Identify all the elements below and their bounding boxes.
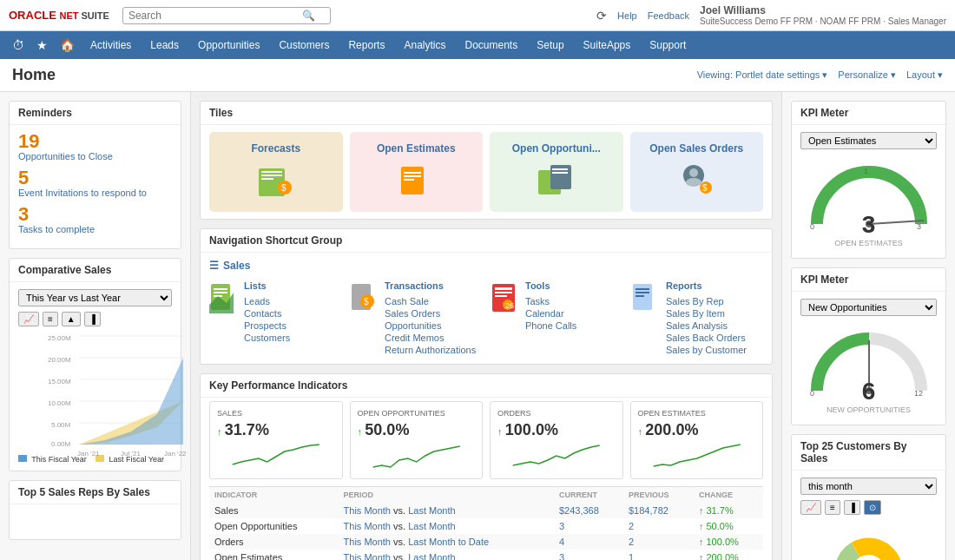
kpi-period-vs-link-estimates[interactable]: Last Month — [408, 552, 455, 560]
kpi-period-link-opp[interactable]: This Month — [344, 521, 391, 531]
reports-link-salesbackorders[interactable]: Sales Back Orders — [666, 333, 747, 343]
svg-rect-38 — [214, 292, 227, 293]
lists-link-leads[interactable]: Leads — [244, 296, 290, 306]
transactions-link-cashsale[interactable]: Cash Sale — [385, 296, 476, 306]
transactions-link-salesorders[interactable]: Sales Orders — [385, 308, 476, 319]
kpi-meter1-portlet: KPI Meter Open Estimates 0 — [791, 101, 946, 259]
lists-link-customers[interactable]: Customers — [244, 333, 290, 343]
history-icon[interactable]: ⟳ — [596, 9, 607, 23]
sales-chart-svg: 25.00M 20.00M 15.00M 10.00M 5.00M 0.00M — [18, 332, 188, 458]
svg-text:0: 0 — [810, 389, 814, 398]
tiles-grid: Forecasts $ Open Estimates Open Opportun… — [201, 125, 772, 219]
reminder-num-2: 5 — [18, 168, 172, 188]
tools-inner: 26 Tools Tasks Calendar Phone Calls — [491, 280, 622, 333]
tile-open-opportunities-label: Open Opportuni... — [512, 142, 601, 155]
nav-analytics[interactable]: Analytics — [395, 34, 454, 56]
reports-links: Reports Sales By Rep Sales By Item Sales… — [666, 280, 747, 357]
transactions-link-creditmemos[interactable]: Credit Memos — [385, 333, 476, 343]
tile-open-estimates[interactable]: Open Estimates — [350, 132, 484, 212]
lists-link-contacts[interactable]: Contacts — [244, 308, 290, 319]
transactions-links: Transactions Cash Sale Sales Orders Oppo… — [385, 280, 476, 357]
kpi-period-link-orders[interactable]: This Month — [344, 537, 391, 547]
nav-star-icon[interactable]: ★ — [31, 35, 53, 56]
reminder-link-2[interactable]: Event Invitations to respond to — [18, 188, 172, 198]
kpi-meter2-select[interactable]: New Opportunities — [800, 299, 937, 316]
svg-text:25.00M: 25.00M — [48, 334, 71, 342]
column-chart-btn[interactable]: ▐ — [84, 312, 101, 326]
top-right-controls: ⟳ Help Feedback Joel Williams SuiteSucce… — [596, 4, 946, 26]
kpi-change-opp: ↑ 50.0% — [694, 518, 763, 534]
kpi-current-opp: 3 — [554, 518, 623, 534]
transactions-icon: $ — [350, 280, 378, 318]
reports-link-salesbyitem[interactable]: Sales By Item — [666, 308, 747, 319]
transactions-link-opportunities[interactable]: Opportunities — [385, 320, 476, 331]
feedback-link[interactable]: Feedback — [648, 10, 689, 21]
kpi-period-link-sales[interactable]: This Month — [344, 505, 391, 516]
lists-link-prospects[interactable]: Prospects — [244, 320, 290, 331]
kpi-period-link-estimates[interactable]: This Month — [344, 552, 391, 560]
tile-open-opportunities[interactable]: Open Opportuni... — [490, 132, 623, 212]
top-customers-select[interactable]: this month — [800, 478, 937, 495]
help-link[interactable]: Help — [617, 10, 637, 21]
customers-line-icon[interactable]: 📈 — [800, 500, 821, 515]
tiles-portlet: Tiles Forecasts $ Open Estimates Open Op… — [200, 101, 773, 220]
nav-recent-icon[interactable]: ⏱ — [7, 35, 30, 56]
shortcut-col-lists: Lists Leads Contacts Prospects Customers — [209, 280, 341, 357]
tile-forecasts[interactable]: Forecasts $ — [209, 132, 343, 212]
bar-chart-btn[interactable]: ≡ — [43, 312, 58, 326]
kpi-meter1-select[interactable]: Open Estimates — [800, 132, 937, 149]
nav-shortcut-portlet: Navigation Shortcut Group ☰ Sales — [200, 228, 773, 365]
kpi-title: Key Performance Indicators — [209, 379, 347, 392]
nav-setup[interactable]: Setup — [528, 34, 572, 56]
top-customers-donut — [800, 520, 937, 560]
comparative-sales-dropdown[interactable]: This Year vs Last Year — [18, 289, 172, 306]
nav-shortcut-header: Navigation Shortcut Group — [201, 229, 772, 253]
customers-donut-icon[interactable]: ⊙ — [864, 500, 881, 515]
tile-open-estimates-label: Open Estimates — [377, 142, 456, 155]
kpi-period-vs-link-sales[interactable]: Last Month — [408, 505, 455, 516]
tools-link-calendar[interactable]: Calendar — [525, 308, 576, 319]
nav-reports[interactable]: Reports — [339, 34, 393, 56]
kpi-period-vs-link-opp[interactable]: Last Month — [408, 521, 455, 531]
reminder-item-3: 3 Tasks to complete — [18, 205, 172, 234]
search-input[interactable] — [128, 10, 302, 22]
nav-activities[interactable]: Activities — [82, 34, 140, 56]
personalize-link[interactable]: Personalize ▾ — [838, 69, 896, 81]
donut-svg — [800, 520, 937, 560]
reminder-link-3[interactable]: Tasks to complete — [18, 224, 172, 234]
kpi-period-vs-link-orders[interactable]: Last Month to Date — [408, 537, 489, 547]
nav-support[interactable]: Support — [641, 34, 695, 56]
tile-open-sales-orders[interactable]: Open Sales Orders $ — [630, 132, 764, 212]
reports-link-salesbycustomer[interactable]: Sales by Customer — [666, 345, 747, 355]
tiles-header: Tiles — [201, 102, 772, 125]
customers-bar-icon[interactable]: ≡ — [825, 500, 840, 515]
search-bar[interactable]: 🔍 — [122, 7, 331, 24]
area-chart-btn[interactable]: ▲ — [62, 312, 81, 326]
reminders-portlet: Reminders 19 Opportunities to Close 5 Ev… — [9, 101, 181, 249]
right-column: KPI Meter Open Estimates 0 — [781, 92, 955, 560]
nav-home-icon[interactable]: 🏠 — [55, 35, 80, 56]
kpi-indicator-sales: Sales — [209, 503, 339, 518]
tools-link-phonecalls[interactable]: Phone Calls — [525, 320, 576, 331]
layout-link[interactable]: Layout ▾ — [906, 69, 943, 81]
nav-customers[interactable]: Customers — [270, 34, 338, 56]
kpi-meter2-portlet: KPI Meter New Opportunities 0 — [791, 267, 946, 425]
reports-link-salesanalysis[interactable]: Sales Analysis — [666, 320, 747, 331]
transactions-link-returnauth[interactable]: Return Authorizations — [385, 345, 476, 355]
customers-column-icon[interactable]: ▐ — [844, 500, 860, 515]
reminders-title: Reminders — [10, 102, 181, 125]
nav-opportunities[interactable]: Opportunities — [189, 34, 268, 56]
reports-link-salesbyrep[interactable]: Sales By Rep — [666, 296, 747, 306]
nav-leads[interactable]: Leads — [142, 34, 188, 56]
tiles-title: Tiles — [209, 107, 233, 119]
kpi-orders-label: ORDERS — [497, 409, 616, 418]
svg-rect-26 — [404, 179, 414, 181]
line-chart-btn[interactable]: 📈 — [18, 312, 39, 326]
viewing-portlet-link[interactable]: Viewing: Portlet date settings ▾ — [697, 69, 828, 81]
svg-text:5.00M: 5.00M — [51, 421, 71, 429]
reminder-link-1[interactable]: Opportunities to Close — [18, 151, 172, 161]
kpi-meter1-gauge-label: OPEN ESTIMATES — [834, 239, 902, 247]
tools-link-tasks[interactable]: Tasks — [525, 296, 576, 306]
nav-suiteapps[interactable]: SuiteApps — [575, 34, 640, 56]
nav-documents[interactable]: Documents — [457, 34, 527, 56]
